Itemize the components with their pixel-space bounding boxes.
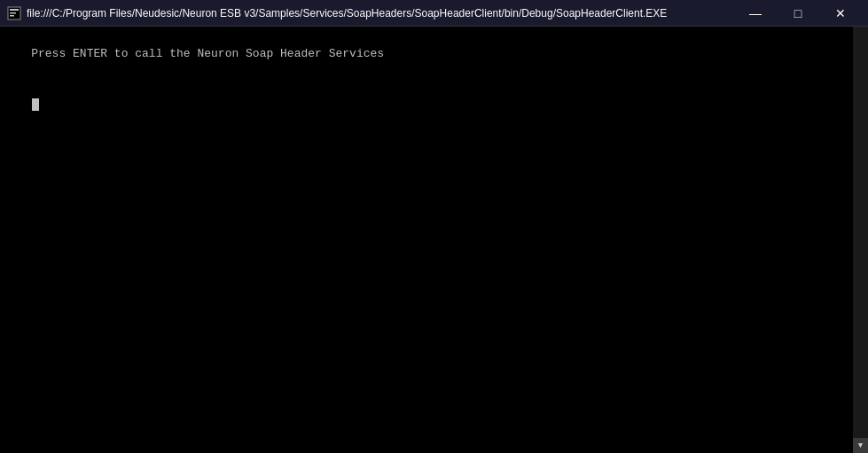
svg-rect-3 <box>10 15 14 17</box>
window-title: file:///C:/Program Files/Neudesic/Neuron… <box>27 7 735 20</box>
cursor-blink <box>32 98 39 111</box>
console-line-1: Press ENTER to call the Neuron Soap Head… <box>31 47 384 60</box>
minimize-button[interactable]: — <box>735 3 776 24</box>
app-icon <box>7 6 21 20</box>
title-bar: file:///C:/Program Files/Neudesic/Neuron… <box>0 0 868 27</box>
svg-rect-1 <box>10 9 19 11</box>
console-output: Press ENTER to call the Neuron Soap Head… <box>4 30 864 127</box>
scrollbar-vertical[interactable]: ▼ <box>853 27 868 453</box>
window-controls: — □ ✕ <box>735 3 861 24</box>
svg-rect-2 <box>10 12 16 14</box>
scroll-down-arrow[interactable]: ▼ <box>853 438 868 453</box>
close-button[interactable]: ✕ <box>820 3 861 24</box>
console-area[interactable]: Press ENTER to call the Neuron Soap Head… <box>0 27 868 453</box>
maximize-button[interactable]: □ <box>778 3 818 24</box>
